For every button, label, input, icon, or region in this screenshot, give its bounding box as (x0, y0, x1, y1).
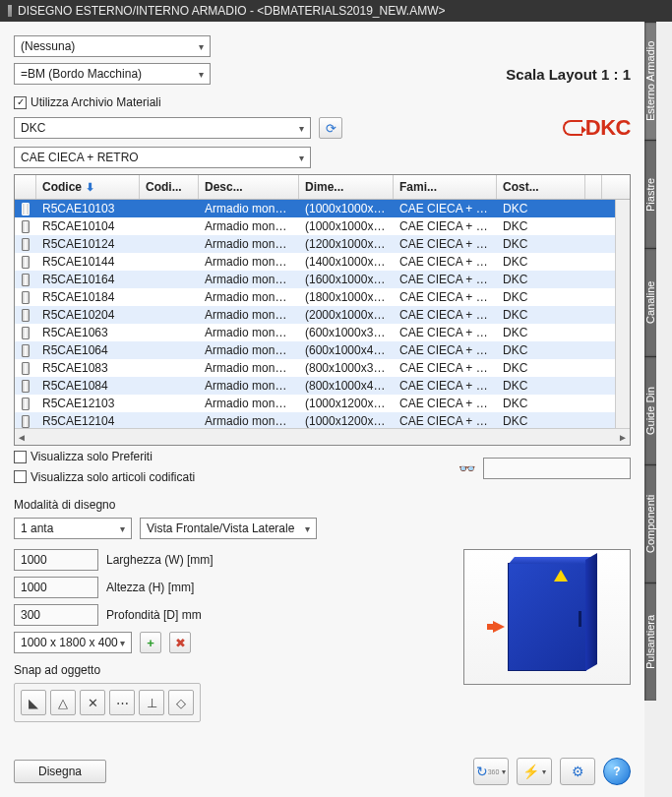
depth-label: Profondità [D] mm (106, 608, 202, 622)
coded-only-checkbox[interactable]: Visualizza solo articoli codificati (14, 470, 195, 484)
cabinet-row-icon (22, 274, 30, 286)
snap-nearest-button[interactable]: ⋯ (109, 690, 135, 715)
tab-guide-din[interactable]: Guide Din (644, 356, 656, 464)
view-combo[interactable]: Vista Frontale/Vista Laterale▾ (140, 518, 317, 539)
favorites-only-checkbox[interactable]: Visualizza solo Preferiti (14, 450, 153, 463)
chevron-down-icon: ▾ (199, 41, 204, 52)
cabinet-row-icon (22, 344, 30, 357)
table-row[interactable]: R5CAE12104Armadio monobl...(1000x1200x40… (15, 412, 615, 428)
scale-label: Scala Layout 1 : 1 (506, 66, 631, 83)
tab-piastre[interactable]: Piastre (644, 140, 656, 248)
width-label: Larghezza (W) [mm] (106, 553, 214, 567)
snap-perpendicular-button[interactable]: ⊥ (139, 690, 164, 715)
search-icon: 👓 (458, 460, 475, 476)
warning-icon (554, 570, 568, 582)
checkbox-icon (14, 451, 27, 463)
horizontal-scrollbar[interactable]: ◄► (15, 428, 630, 445)
table-row[interactable]: R5CAE10184Armadio monobl...(1800x1000x40… (15, 288, 615, 306)
delete-preset-button[interactable]: ✖ (169, 632, 191, 653)
chevron-down-icon: ▾ (299, 153, 304, 163)
add-preset-button[interactable]: + (140, 632, 161, 653)
depth-input[interactable]: 300 (14, 604, 98, 626)
cabinet-row-icon (22, 309, 30, 322)
grid-header[interactable]: Codice ⬇ Codi... Desc... Dime... Fami...… (15, 175, 630, 200)
settings-button[interactable]: ⚙ (560, 758, 595, 785)
cabinet-row-icon (22, 327, 30, 339)
draw-button[interactable]: Disegna (14, 760, 106, 783)
chevron-down-icon: ▾ (199, 69, 204, 80)
cabinet-row-icon (22, 291, 30, 304)
tab-componenti[interactable]: Componenti (644, 464, 656, 582)
snap-node-button[interactable]: ◇ (168, 690, 194, 715)
table-row[interactable]: R5CAE10204Armadio monobl...(2000x1000x40… (15, 306, 615, 324)
tab-canaline[interactable]: Canaline (644, 248, 656, 356)
cabinet-row-icon (22, 362, 30, 375)
logo-glyph-icon (563, 120, 582, 136)
table-row[interactable]: R5CAE1083Armadio monobl...(800x1000x300)… (15, 359, 615, 377)
snap-midpoint-button[interactable]: △ (50, 690, 76, 715)
width-input[interactable]: 1000 (14, 549, 98, 571)
preview-3d (463, 549, 631, 685)
window-titlebar: DISEGNO ESTERNO/INTERNO ARMADIO - <DBMAT… (0, 0, 672, 22)
arrow-icon (493, 621, 505, 633)
rotate-360-button[interactable]: ↻360▾ (473, 758, 509, 785)
tab-esterno-armadio[interactable]: Esterno Armadio (644, 22, 656, 140)
cabinet-icon (508, 563, 586, 671)
search-input[interactable] (483, 458, 631, 479)
cabinet-row-icon (22, 415, 30, 428)
checkbox-icon: ✓ (14, 96, 27, 109)
help-button[interactable]: ? (603, 758, 631, 785)
table-row[interactable]: R5CAE1064Armadio monobl...(600x1000x400)… (15, 341, 615, 359)
table-row[interactable]: R5CAE1063Armadio monobl...(600x1000x300)… (15, 324, 615, 341)
vendor-combo[interactable]: DKC▾ (14, 117, 311, 139)
table-row[interactable]: R5CAE10104Armadio monobl...(1000x1000x40… (15, 217, 615, 235)
cabinet-row-icon (22, 256, 30, 269)
family-combo[interactable]: CAE CIECA + RETRO▾ (14, 147, 311, 168)
preset-combo[interactable]: 1000 x 1800 x 400▾ (14, 632, 132, 653)
table-row[interactable]: R5CAE10103Armadio monobl...(1000x1000x30… (15, 200, 615, 217)
cabinet-row-icon (22, 398, 30, 410)
cabinet-row-icon (22, 220, 30, 233)
main-panel: (Nessuna)▾ =BM (Bordo Macchina)▾ Scala L… (0, 22, 644, 797)
brand-logo: DKC (563, 115, 631, 141)
refresh-button[interactable]: ⟳ (319, 117, 342, 139)
window-title: DISEGNO ESTERNO/INTERNO ARMADIO - <DBMAT… (18, 0, 446, 22)
tab-pulsantiera[interactable]: Pulsantiera (644, 582, 656, 701)
checkbox-icon (14, 470, 27, 483)
snap-endpoint-button[interactable]: ◣ (21, 690, 46, 715)
height-label: Altezza (H) [mm] (106, 581, 194, 594)
table-row[interactable]: R5CAE10144Armadio monobl...(1400x1000x40… (15, 253, 615, 271)
cabinet-row-icon (22, 238, 30, 251)
height-input[interactable]: 1000 (14, 577, 98, 598)
materials-grid: Codice ⬇ Codi... Desc... Dime... Fami...… (14, 174, 631, 446)
table-row[interactable]: R5CAE12103Armadio monobl...(1000x1200x30… (15, 395, 615, 412)
snap-toolbar: ◣ △ ✕ ⋯ ⊥ ◇ (14, 683, 201, 722)
snap-intersection-button[interactable]: ✕ (80, 690, 105, 715)
use-archive-checkbox[interactable]: ✓ Utilizza Archivio Materiali (14, 95, 161, 109)
flash-button[interactable]: ⚡▾ (517, 758, 552, 785)
table-row[interactable]: R5CAE10124Armadio monobl...(1200x1000x40… (15, 235, 615, 253)
chevron-down-icon: ▾ (299, 123, 304, 134)
vertical-scrollbar[interactable] (615, 200, 630, 428)
door-combo[interactable]: 1 anta▾ (14, 518, 132, 539)
layer-combo[interactable]: (Nessuna)▾ (14, 35, 211, 57)
cabinet-row-icon (22, 380, 30, 393)
side-tabs: Esterno Armadio Piastre Canaline Guide D… (644, 22, 672, 797)
table-row[interactable]: R5CAE10164Armadio monobl...(1600x1000x40… (15, 271, 615, 288)
sort-asc-icon: ⬇ (86, 181, 94, 194)
table-row[interactable]: R5CAE1084Armadio monobl...(800x1000x400)… (15, 377, 615, 395)
cabinet-row-icon (22, 203, 30, 215)
drawmode-label: Modalità di disegno (14, 498, 631, 512)
snap-label: Snap ad oggetto (14, 663, 214, 677)
location-combo[interactable]: =BM (Bordo Macchina)▾ (14, 63, 211, 85)
